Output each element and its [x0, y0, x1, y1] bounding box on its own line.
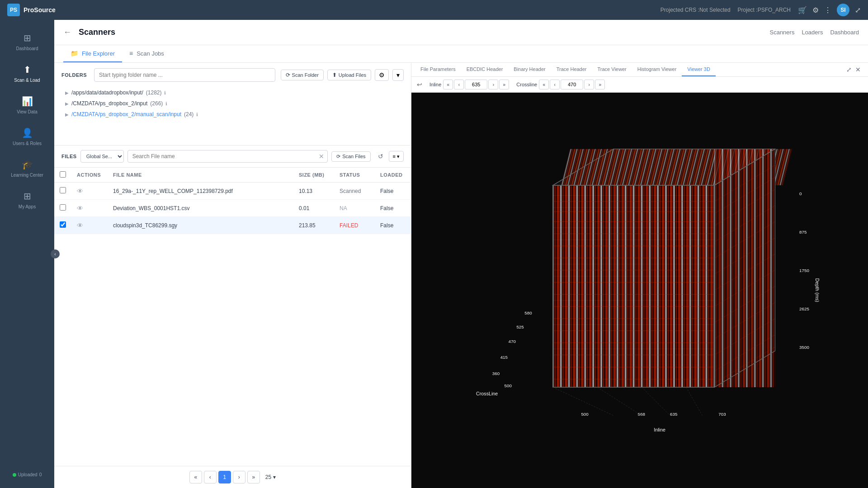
files-data-table: ACTIONS FILE NAME SIZE (MB) STATUS LOADE… [54, 168, 411, 234]
page-size-value: 25 [265, 474, 271, 480]
folder-dropdown-button[interactable]: ▾ [392, 69, 404, 81]
expand-viewer-icon[interactable]: ⤢ [846, 66, 852, 73]
files-section: FILES Global Se... ✕ ⟳ Scan Files [54, 145, 411, 488]
folder-chevron-2: ▶ [65, 112, 69, 117]
header-tab-dashboard[interactable]: Dashboard [830, 27, 859, 38]
folder-info-icon-0[interactable]: ℹ [164, 90, 166, 95]
folder-chevron-1: ▶ [65, 101, 69, 106]
crossline-next-btn[interactable]: › [584, 80, 594, 89]
depth-axis-label: Depth (ms) [815, 278, 820, 302]
viewer-tab-trace-viewer[interactable]: Trace Viewer [592, 63, 632, 76]
viewer-tab-binary[interactable]: Binary Header [508, 63, 551, 76]
upload-files-button[interactable]: ⬆ Upload Files [327, 70, 371, 80]
scan-files-button[interactable]: ⟳ Scan Files [331, 151, 370, 162]
refresh-button[interactable]: ↺ [374, 151, 387, 162]
file-search-input[interactable] [127, 150, 328, 163]
sidebar-item-my-apps[interactable]: ⊞ My Apps [0, 185, 54, 215]
page-title: Scanners [79, 28, 115, 37]
page-last-btn[interactable]: » [247, 471, 260, 483]
header-tab-loaders[interactable]: Loaders [802, 27, 823, 38]
row3-size: 213.85 [293, 217, 334, 234]
tab-scan-jobs[interactable]: ≡ Scan Jobs [122, 45, 171, 62]
global-select[interactable]: Global Se... [80, 150, 124, 163]
expand-icon[interactable]: ⤢ [855, 6, 861, 14]
row1-loaded: False [375, 183, 411, 200]
folder-search-input[interactable] [94, 68, 275, 82]
inline-next-btn[interactable]: › [488, 80, 498, 89]
row3-checkbox[interactable] [60, 221, 66, 228]
scan-jobs-tab-icon: ≡ [129, 50, 133, 57]
topbar-left: PS ProSource [7, 4, 56, 16]
inline-last-btn[interactable]: » [499, 80, 509, 89]
row2-eye-icon[interactable]: 👁 [77, 205, 83, 212]
sidebar-item-learning-center[interactable]: 🎓 Learning Center [0, 154, 54, 183]
row2-checkbox[interactable] [60, 204, 66, 211]
row3-eye-icon[interactable]: 👁 [77, 222, 83, 229]
inline-label: Inline [429, 82, 441, 87]
crossline-value-input[interactable] [561, 80, 583, 89]
viewer-tab-ebcdic[interactable]: EBCDIC Header [461, 63, 509, 76]
folder-item-1[interactable]: ▶ /CMZDATA/ps_dropbox_2/input (266) ℹ [61, 98, 404, 109]
folder-info-icon-2[interactable]: ℹ [196, 112, 198, 117]
scan-files-icon: ⟳ [336, 154, 340, 160]
uploaded-status: Uploaded 0 [9, 469, 45, 481]
folder-item-2[interactable]: ▶ /CMZDATA/ps_dropbox_2/manual_scan/inpu… [61, 109, 404, 120]
scan-folder-button[interactable]: ⟳ Scan Folder [281, 70, 324, 80]
viewer-tabs: File Parameters EBCDIC Header Binary Hea… [411, 63, 868, 77]
page-1-btn[interactable]: 1 [218, 471, 231, 483]
folder-settings-button[interactable]: ⚙ [375, 69, 389, 81]
sidebar-item-users-roles[interactable]: 👤 Users & Roles [0, 122, 54, 152]
header-tab-scanners[interactable]: Scanners [769, 27, 794, 38]
more-icon[interactable]: ⋮ [824, 6, 831, 14]
inline-first-btn[interactable]: « [443, 80, 453, 89]
crossline-axis-label: CrossLine [476, 391, 498, 396]
cl-525-label: 525 [516, 324, 524, 329]
sidebar-collapse-btn[interactable]: ‹ [51, 249, 60, 258]
settings-icon[interactable]: ⚙ [812, 6, 819, 14]
folder-info-icon-1[interactable]: ℹ [165, 101, 167, 106]
filter-button[interactable]: ≡ ▾ [389, 151, 404, 162]
row2-actions: 👁 [71, 200, 108, 217]
row2-status: NA [334, 200, 375, 217]
viewer-tab-3d[interactable]: Viewer 3D [682, 63, 716, 76]
close-viewer-icon[interactable]: ✕ [855, 66, 861, 73]
sidebar-item-dashboard[interactable]: ⊞ Dashboard [0, 27, 54, 57]
crossline-first-btn[interactable]: « [539, 80, 549, 89]
sidebar-item-scan-load[interactable]: ⬆ Scan & Load [0, 59, 54, 89]
user-avatar[interactable]: SI [837, 4, 849, 16]
upload-icon: ⬆ [332, 72, 337, 78]
viewer-tab-file-params[interactable]: File Parameters [415, 63, 461, 76]
page-size-selector[interactable]: 25 ▾ [265, 474, 276, 480]
page-prev-btn[interactable]: ‹ [204, 471, 217, 483]
viewer-3d-canvas[interactable]: 0 875 1750 2625 3500 Depth (ms) 360 415 … [411, 93, 868, 488]
inline-value-input[interactable] [465, 80, 487, 89]
topbar-right: Projected CRS :Not Selected Project :PSF… [660, 4, 861, 16]
folder-item-0[interactable]: ▶ /apps/data/datadropbox/input/ (1282) ℹ [61, 87, 404, 98]
row1-actions: 👁 [71, 183, 108, 200]
search-clear-icon[interactable]: ✕ [319, 153, 324, 160]
inline-prev-btn[interactable]: ‹ [454, 80, 464, 89]
select-all-checkbox[interactable] [60, 171, 66, 178]
viewer-tab-trace-header[interactable]: Trace Header [551, 63, 592, 76]
row2-filename: Deviation_WBS_0001HST1.csv [108, 200, 293, 217]
viewer-tab-histogram[interactable]: Histogram Viewer [632, 63, 682, 76]
crossline-prev-btn[interactable]: ‹ [550, 80, 560, 89]
row2-checkbox-cell [54, 200, 71, 217]
page-first-btn[interactable]: « [189, 471, 202, 483]
sidebar-item-view-data[interactable]: 📊 View Data [0, 90, 54, 120]
crossline-last-btn[interactable]: » [595, 80, 605, 89]
folder-tree: ▶ /apps/data/datadropbox/input/ (1282) ℹ… [61, 85, 404, 140]
col-status: STATUS [334, 168, 375, 183]
undo-icon[interactable]: ↩ [417, 81, 422, 88]
cart-icon[interactable]: 🛒 [798, 6, 807, 14]
row1-checkbox[interactable] [60, 187, 66, 193]
back-button[interactable]: ← [63, 28, 71, 37]
il-500-label: 500 [581, 412, 589, 417]
page-next-btn[interactable]: › [233, 471, 245, 483]
tab-file-explorer[interactable]: 📁 File Explorer [63, 45, 122, 62]
col-actions: ACTIONS [71, 168, 108, 183]
scan-jobs-tab-label: Scan Jobs [137, 50, 164, 57]
row1-eye-icon[interactable]: 👁 [77, 188, 83, 195]
folder-actions: ⟳ Scan Folder ⬆ Upload Files ⚙ ▾ [281, 69, 404, 81]
row1-status: Scanned [334, 183, 375, 200]
